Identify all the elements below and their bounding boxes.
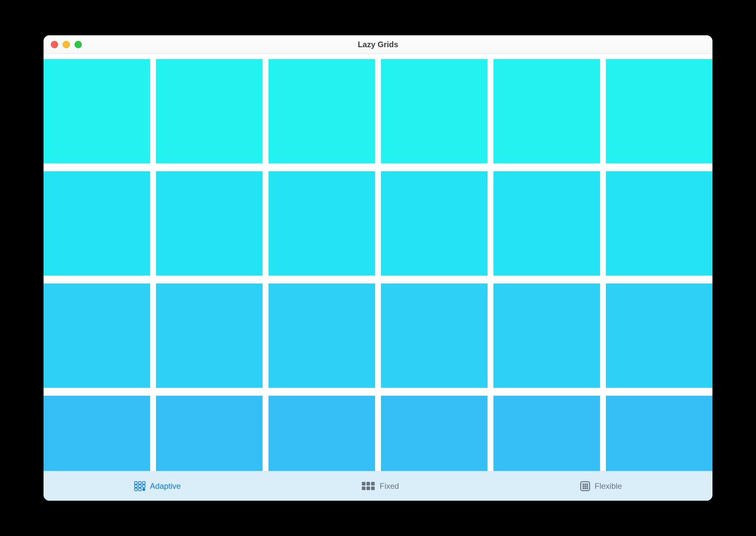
grid-cell [606,284,712,388]
svg-rect-11 [371,482,375,486]
grid-cell [381,284,488,388]
svg-rect-18 [586,484,588,485]
grid-cell [381,59,488,163]
svg-rect-19 [583,486,584,487]
tab-flexible-label: Flexible [595,482,622,491]
svg-rect-17 [584,484,586,485]
svg-rect-1 [139,482,141,484]
svg-rect-4 [139,485,141,487]
app-window: Lazy Grids Adaptive [44,35,712,501]
grid-cell [268,396,375,471]
grid-cell [493,396,600,471]
grid-flexible-icon [580,481,590,491]
grid-cell [493,171,600,276]
svg-rect-10 [366,482,370,486]
svg-rect-20 [584,486,586,487]
grid-cell [268,284,375,388]
close-button[interactable] [51,41,58,48]
grid-cell [606,59,712,163]
svg-rect-0 [135,482,137,484]
svg-rect-5 [142,485,145,487]
tab-fixed-label: Fixed [380,482,399,491]
svg-rect-12 [362,486,365,490]
grid-cell [381,396,488,471]
grid-fixed-icon [362,482,375,490]
grid-cell [268,59,375,163]
grid-cell [156,396,263,471]
grid-cell [44,59,150,163]
lazy-grid [44,54,712,471]
grid-cell [493,59,600,163]
svg-rect-8 [142,488,145,491]
tab-adaptive-label: Adaptive [150,482,181,491]
traffic-lights [51,41,82,48]
svg-rect-23 [584,487,586,489]
content-scroll-area[interactable] [44,54,712,471]
svg-rect-3 [135,485,137,487]
tab-bar: Adaptive Fixed [44,471,712,501]
tab-adaptive[interactable]: Adaptive [134,481,181,491]
grid-cell [156,171,263,276]
svg-rect-24 [586,487,588,489]
grid-cell [606,171,712,276]
grid-cell [44,396,150,471]
grid-cell [493,284,600,388]
svg-rect-7 [139,488,141,491]
titlebar: Lazy Grids [44,35,712,54]
grid-cell [156,59,263,163]
grid-adaptive-icon [134,481,145,491]
svg-rect-2 [142,482,145,484]
svg-rect-6 [135,488,137,491]
grid-cell [268,171,375,276]
svg-rect-14 [371,486,375,490]
svg-rect-16 [583,484,584,485]
svg-rect-21 [586,486,588,487]
tab-fixed[interactable]: Fixed [362,482,399,491]
zoom-button[interactable] [75,41,82,48]
window-title: Lazy Grids [358,40,398,49]
svg-rect-9 [362,482,365,486]
grid-cell [44,171,150,276]
tab-flexible[interactable]: Flexible [580,481,622,491]
grid-cell [44,284,150,388]
grid-cell [381,171,488,276]
minimize-button[interactable] [63,41,70,48]
svg-rect-22 [583,487,584,489]
grid-cell [606,396,712,471]
svg-rect-13 [366,486,370,490]
grid-cell [156,284,263,388]
